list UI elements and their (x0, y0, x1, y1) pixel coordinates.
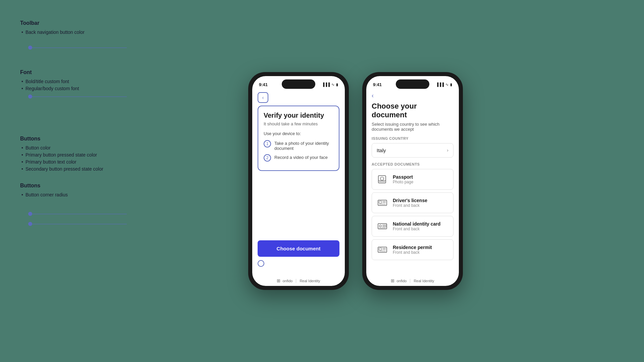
onfido-brand-2: onfido (396, 279, 407, 283)
verify-instruction: Use your device to: (264, 131, 333, 136)
id-card-desc: Front and back (393, 227, 440, 231)
connector-line-4 (30, 224, 127, 224)
buttons-annotation-group2: Buttons Button corner radius (20, 183, 127, 198)
passport-desc: Photo page (393, 180, 413, 184)
spacer-1 (258, 175, 339, 240)
connector-line-3 (30, 214, 127, 214)
buttons-annotation-item-2: Primary button pressed state color (20, 152, 127, 159)
svg-rect-4 (378, 200, 387, 205)
document-item-id-card[interactable]: National identity card Front and back (372, 216, 453, 237)
onfido-icon-2: ⊞ (391, 278, 394, 283)
status-time-1: 9:41 (259, 82, 268, 87)
connector-line-1 (30, 48, 127, 48)
onfido-logo-1: ⊞ onfido Real Identity (277, 278, 320, 283)
onfido-tagline-2: Real Identity (414, 279, 434, 283)
accepted-docs-label: ACCEPTED DOCUMENTS (372, 162, 453, 166)
choose-document-subtitle: Select issuing country to see which docu… (372, 122, 453, 132)
status-icons-2: ▐▐▐ ∿ ▮ (436, 82, 452, 87)
font-annotation-item-1: Bold/title custom font (20, 78, 127, 85)
onfido-divider-2 (410, 279, 410, 283)
back-button-2[interactable]: ‹ (372, 89, 453, 102)
onfido-divider-1 (296, 279, 296, 283)
connector-line-2 (30, 97, 127, 97)
verify-card: Verify your identity It should take a fe… (258, 106, 339, 171)
license-info: Driver's license Front and back (393, 198, 427, 208)
annotations-panel: Toolbar Back navigation button color Fon… (20, 20, 127, 208)
step-number-1: 1 (264, 140, 271, 147)
svg-rect-0 (378, 176, 386, 183)
document-item-permit[interactable]: Residence permit Front and back (372, 239, 453, 260)
buttons-annotation-title2: Buttons (20, 183, 127, 189)
choose-document-title: Choose your document (372, 102, 453, 120)
toolbar-annotation-group: Toolbar Back navigation button color (20, 20, 127, 36)
onfido-brand-1: onfido (282, 279, 292, 283)
corner-radius-row (258, 260, 339, 270)
onfido-logo-2: ⊞ onfido Real Identity (391, 278, 434, 283)
permit-icon (377, 244, 389, 256)
onfido-tagline-1: Real Identity (300, 279, 320, 283)
status-time-2: 9:41 (373, 82, 382, 87)
toolbar-annotation-item-1: Back navigation button color (20, 29, 127, 36)
font-annotation-group: Font Bold/title custom font Regular/body… (20, 69, 127, 92)
passport-icon (377, 173, 389, 185)
battery-icon: ▮ (336, 82, 338, 87)
step-item-1: 1 Take a photo of your identity document (264, 140, 333, 151)
phone-1: 9:41 ▐▐▐ ∿ ▮ ‹ Verify your identity (248, 72, 349, 290)
toolbar-annotation-title: Toolbar (20, 20, 127, 26)
phone-1-content: ‹ Verify your identity It should take a … (252, 89, 345, 276)
battery-icon-2: ▮ (450, 82, 452, 87)
wifi-icon-2: ∿ (445, 82, 448, 87)
phone-2-footer: ⊞ onfido Real Identity (366, 276, 459, 286)
font-annotation-title: Font (20, 69, 127, 75)
status-icons-1: ▐▐▐ ∿ ▮ (322, 82, 338, 87)
phone-2-content: ‹ Choose your document Select issuing co… (366, 89, 459, 276)
signal-icon: ▐▐▐ (322, 82, 330, 86)
permit-desc: Front and back (393, 250, 432, 255)
document-item-passport[interactable]: Passport Photo page (372, 169, 453, 190)
buttons-annotation-title1: Buttons (20, 136, 127, 142)
buttons-annotation-item-5: Button corner radius (20, 191, 127, 198)
license-name: Driver's license (393, 198, 427, 203)
permit-info: Residence permit Front and back (393, 245, 432, 255)
svg-point-10 (379, 225, 381, 227)
buttons-annotation-item-1: Button color (20, 144, 127, 152)
id-card-info: National identity card Front and back (393, 221, 440, 231)
onfido-icon-1: ⊞ (277, 278, 280, 283)
svg-rect-15 (378, 247, 387, 252)
phone-1-footer: ⊞ onfido Real Identity (252, 276, 345, 286)
passport-name: Passport (393, 174, 413, 180)
buttons-annotation-item-3: Primary button text color (20, 159, 127, 166)
step-item-2: 2 Record a video of your face (264, 154, 333, 162)
license-desc: Front and back (393, 203, 427, 208)
license-icon (377, 197, 389, 209)
phone-2: 9:41 ▐▐▐ ∿ ▮ ‹ Choose your document Sele… (362, 72, 463, 290)
phone-1-inner: 9:41 ▐▐▐ ∿ ▮ ‹ Verify your identity (252, 76, 345, 286)
buttons-annotation-item-4: Secondary button pressed state color (20, 166, 127, 173)
svg-rect-16 (379, 248, 382, 250)
dynamic-island-2 (396, 79, 429, 89)
id-card-name: National identity card (393, 221, 440, 227)
toolbar-1: ‹ (258, 89, 339, 106)
step-number-2: 2 (264, 154, 271, 162)
back-button-1[interactable]: ‹ (258, 92, 268, 103)
selected-country: Italy (377, 147, 386, 153)
step-text-1: Take a photo of your identity document (274, 140, 333, 151)
country-selector[interactable]: Italy › (372, 143, 453, 158)
signal-icon-2: ▐▐▐ (436, 82, 444, 86)
back-arrow-icon-1: ‹ (262, 95, 264, 100)
verify-subtitle: It should take a few minutes (264, 121, 333, 126)
dynamic-island-1 (282, 79, 315, 89)
phones-container: 9:41 ▐▐▐ ∿ ▮ ‹ Verify your identity (248, 72, 463, 290)
choose-document-button[interactable]: Choose document (258, 240, 339, 257)
chevron-right-icon: › (447, 147, 448, 153)
corner-radius-indicator (258, 260, 264, 267)
passport-info: Passport Photo page (393, 174, 413, 184)
wifi-icon: ∿ (331, 82, 334, 87)
buttons-annotation-group1: Buttons Button color Primary button pres… (20, 136, 127, 173)
svg-rect-5 (379, 201, 382, 203)
permit-name: Residence permit (393, 245, 432, 250)
issuing-country-label: ISSUING COUNTRY (372, 136, 453, 140)
verify-title: Verify your identity (264, 112, 333, 119)
document-item-license[interactable]: Driver's license Front and back (372, 192, 453, 213)
step-text-2: Record a video of your face (274, 154, 328, 160)
